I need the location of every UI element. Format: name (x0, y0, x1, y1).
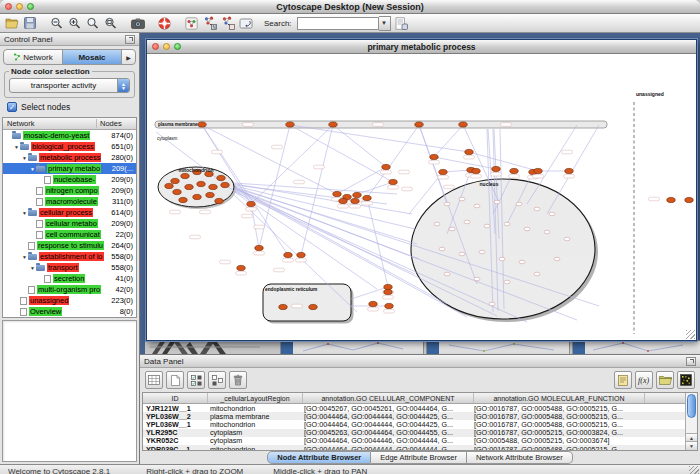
snapshot-icon[interactable] (130, 16, 145, 31)
tree-row[interactable]: unassigned223(0) (3, 295, 136, 306)
tree-row[interactable]: cellular metabo209(0) (3, 218, 136, 229)
node-label-chip (383, 295, 394, 299)
tab-node-attribute-browser[interactable]: Node Attribute Browser (267, 451, 371, 464)
network-canvas[interactable]: plasma membranecytoplasmmitochondrionnuc… (147, 54, 696, 340)
search-input[interactable] (297, 17, 379, 30)
column-header-cellular-component[interactable]: annotation.GO CELLULAR_COMPONENT (303, 393, 474, 403)
expand-arrow-icon[interactable]: ▼ (29, 265, 36, 271)
gene-node (565, 168, 573, 173)
node-label-chip (294, 180, 305, 184)
attribute-batch-icon[interactable] (614, 371, 632, 389)
tree-row-label: nucleobase- (53, 175, 96, 184)
view-resize-grip[interactable] (686, 330, 695, 339)
data-panel-float-icon[interactable] (686, 357, 696, 366)
node-label-chip (368, 307, 379, 311)
layout-icon[interactable] (238, 16, 253, 31)
open-session-icon[interactable] (4, 16, 19, 31)
table-row[interactable]: YDR039C__1mitochondrion[GO:0044464, GO:0… (143, 445, 685, 450)
delete-attribute-icon[interactable] (229, 371, 247, 389)
tree-row[interactable]: Overview8(0) (3, 306, 136, 317)
scrollbar-thumb[interactable] (687, 394, 696, 418)
node-label-chip (373, 123, 384, 127)
matrix-icon[interactable] (677, 371, 695, 389)
control-panel-float-icon[interactable] (125, 35, 135, 44)
import-attributes-icon[interactable] (656, 371, 674, 389)
unselect-attributes-icon[interactable] (208, 371, 226, 389)
minimize-button[interactable] (16, 3, 23, 10)
tree-row[interactable]: response to stimulu264(0) (3, 240, 136, 251)
scroll-down-icon[interactable]: ▼ (686, 441, 697, 450)
help-ring-icon[interactable] (157, 16, 172, 31)
zoom-in-icon[interactable] (67, 16, 82, 31)
column-header-molecular-function[interactable]: annotation.GO MOLECULAR_FUNCTION (474, 393, 645, 403)
tab-mosaic[interactable]: Mosaic (63, 50, 122, 64)
tree-row[interactable]: nitrogen compo209(0) (3, 185, 136, 196)
expand-arrow-icon[interactable]: ▼ (29, 166, 36, 172)
attribute-table-icon[interactable] (145, 371, 163, 389)
expand-arrow-icon[interactable]: ▼ (21, 155, 28, 161)
tree-row[interactable]: ▼biological_process651(0) (3, 141, 136, 152)
zoom-fit-icon[interactable] (103, 16, 118, 31)
nuclear-gene-node (534, 207, 540, 211)
table-scrollbar[interactable]: ▲ ▼ (685, 393, 697, 450)
gene-node (369, 301, 377, 306)
background-window-fragment[interactable] (280, 340, 424, 354)
zoom-selected-region-icon[interactable] (85, 16, 100, 31)
edge (235, 192, 415, 274)
gene-node (384, 284, 392, 289)
tree-row[interactable]: mosaic-demo-yeast874(0) (3, 130, 136, 141)
column-header-region[interactable]: _cellularLayoutRegion (208, 393, 303, 403)
column-header-id[interactable]: ID (143, 393, 208, 403)
tree-row[interactable]: secretion41(0) (3, 273, 136, 284)
zoom-out-icon[interactable] (49, 16, 64, 31)
view-zoom-button[interactable] (174, 43, 181, 50)
tree-column-nodes[interactable]: Nodes (97, 119, 136, 128)
folder-icon (28, 210, 37, 216)
background-window-fragment[interactable] (426, 340, 570, 354)
tree-column-network[interactable]: Network (3, 119, 97, 128)
tab-network[interactable]: Network (4, 50, 63, 64)
nuclear-gene-node (504, 222, 510, 226)
tab-network-attribute-browser[interactable]: Network Attribute Browser (467, 451, 573, 464)
network-desktop: primary metabolic process plasma membran… (140, 33, 700, 354)
background-window-fragment[interactable] (572, 340, 700, 354)
tree-row-node-count: 209(0) (111, 175, 136, 184)
tree-row[interactable]: ▼cellular process614(0) (3, 207, 136, 218)
tree-row[interactable]: ▼primary metabo209(... (3, 163, 136, 174)
tree-row[interactable]: nucleobase-209(0) (3, 174, 136, 185)
tree-row[interactable]: multi-organism pro42(0) (3, 284, 136, 295)
combo-arrow-icon[interactable]: ▼ (379, 16, 391, 31)
select-attributes-icon[interactable] (187, 371, 205, 389)
tree-row[interactable]: ▼metabolic process280(0) (3, 152, 136, 163)
network-tree: Network Nodes mosaic-demo-yeast874(0)▼bi… (2, 117, 137, 318)
select-nodes-checkbox[interactable]: ✓ (7, 102, 17, 112)
new-attribute-icon[interactable] (166, 371, 184, 389)
save-session-icon[interactable] (22, 16, 37, 31)
tab-edge-attribute-browser[interactable]: Edge Attribute Browser (371, 451, 467, 464)
gene-node (415, 122, 423, 127)
annotation-icon[interactable] (184, 16, 199, 31)
tree-row[interactable]: macromolecule311(0) (3, 196, 136, 207)
node-label-chip (274, 268, 285, 272)
document-icon (36, 231, 43, 239)
node-color-dropdown[interactable]: transporter activity ▲▼ (9, 78, 130, 93)
tree-row[interactable]: ▼transport558(0) (3, 262, 136, 273)
view-minimize-button[interactable] (163, 43, 170, 50)
hide-selected-icon[interactable] (220, 16, 235, 31)
tree-row[interactable]: ▼establishment of lo558(0) (3, 251, 136, 262)
function-builder-icon[interactable]: f(x) (635, 371, 653, 389)
birds-eye-view[interactable] (2, 320, 137, 462)
expand-arrow-icon[interactable]: ▼ (21, 254, 28, 260)
window-resize-grip[interactable] (689, 466, 699, 474)
attribute-editor-icon[interactable] (394, 16, 409, 31)
tree-row[interactable]: cell communicat22(0) (3, 229, 136, 240)
network-view-titlebar[interactable]: primary metabolic process (147, 40, 696, 54)
expand-arrow-icon[interactable]: ▼ (21, 210, 28, 216)
tree-row-label: cellular process (39, 208, 93, 217)
close-button[interactable] (5, 3, 12, 10)
expand-arrow-icon[interactable]: ▼ (13, 144, 20, 150)
more-tabs-button[interactable]: ▶ (122, 50, 135, 64)
zoom-button[interactable] (27, 3, 34, 10)
select-first-neighbors-icon[interactable]: N (202, 16, 217, 31)
view-close-button[interactable] (152, 43, 159, 50)
